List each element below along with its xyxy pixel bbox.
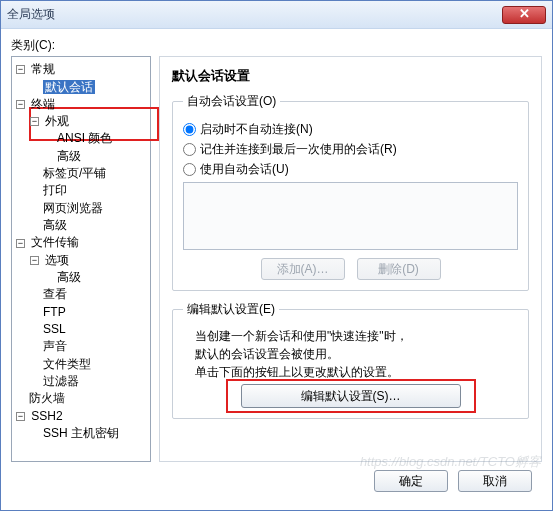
tree-view[interactable]: 查看	[43, 288, 67, 302]
radio-remember-label: 记住并连接到最后一次使用的会话(R)	[200, 141, 397, 158]
tree-toggle[interactable]: −	[16, 412, 25, 421]
tree-toggle[interactable]: −	[30, 256, 39, 265]
tree-toggle[interactable]: −	[16, 239, 25, 248]
tree-toggle[interactable]: −	[30, 117, 39, 126]
tree-ssl[interactable]: SSL	[43, 322, 66, 336]
radio-remember-input[interactable]	[183, 143, 196, 156]
tree-advanced[interactable]: 高级	[57, 149, 81, 163]
desc-line-3: 单击下面的按钮上以更改默认的设置。	[195, 364, 518, 380]
dialog-footer: 确定 取消	[11, 462, 542, 502]
tree-file-transfer[interactable]: 文件传输	[31, 236, 79, 250]
delete-button[interactable]: 删除(D)	[357, 258, 441, 280]
desc-line-1: 当创建一个新会话和使用"快速连接"时，	[195, 328, 518, 344]
auto-session-legend: 自动会话设置(O)	[183, 93, 280, 110]
radio-no-auto-input[interactable]	[183, 123, 196, 136]
window-title: 全局选项	[7, 6, 502, 23]
desc-line-2: 默认的会话设置会被使用。	[195, 346, 518, 362]
auto-session-group: 自动会话设置(O) 启动时不自动连接(N) 记住并连接到最后一次使用的会话(R)…	[172, 93, 529, 291]
tree-web-browser[interactable]: 网页浏览器	[43, 201, 103, 215]
tree-ssh-host-key[interactable]: SSH 主机密钥	[43, 426, 119, 440]
ok-button[interactable]: 确定	[374, 470, 448, 492]
close-button[interactable]: ✕	[502, 6, 546, 24]
highlight-edit-button	[226, 379, 476, 413]
tree-ansi-color[interactable]: ANSI 颜色	[57, 132, 112, 146]
tree-ssh2[interactable]: SSH2	[31, 409, 62, 423]
auto-session-list[interactable]	[183, 182, 518, 250]
cancel-button[interactable]: 取消	[458, 470, 532, 492]
edit-default-group: 编辑默认设置(E) 当创建一个新会话和使用"快速连接"时， 默认的会话设置会被使…	[172, 301, 529, 419]
tree-advanced-3[interactable]: 高级	[57, 270, 81, 284]
tree-default-session[interactable]: 默认会话	[43, 80, 95, 94]
category-tree[interactable]: − 常规 默认会话 − 终端 − 外	[11, 56, 151, 462]
radio-no-auto-label: 启动时不自动连接(N)	[200, 121, 313, 138]
tree-general[interactable]: 常规	[31, 62, 55, 76]
tree-appearance[interactable]: 外观	[45, 114, 69, 128]
tree-file-types[interactable]: 文件类型	[43, 357, 91, 371]
category-label: 类别(C):	[11, 37, 542, 54]
tree-terminal[interactable]: 终端	[31, 97, 55, 111]
tree-sound[interactable]: 声音	[43, 340, 67, 354]
tree-print[interactable]: 打印	[43, 184, 67, 198]
radio-use-auto-input[interactable]	[183, 163, 196, 176]
tree-ftp[interactable]: FTP	[43, 305, 66, 319]
tree-firewall[interactable]: 防火墙	[29, 392, 65, 406]
settings-panel: 默认会话设置 自动会话设置(O) 启动时不自动连接(N) 记住并连接到最后一次使…	[159, 56, 542, 462]
tree-toggle[interactable]: −	[16, 65, 25, 74]
radio-no-auto[interactable]: 启动时不自动连接(N)	[183, 121, 518, 138]
tree-toggle[interactable]: −	[16, 100, 25, 109]
titlebar: 全局选项 ✕	[1, 1, 552, 29]
radio-remember[interactable]: 记住并连接到最后一次使用的会话(R)	[183, 141, 518, 158]
panel-title: 默认会话设置	[172, 67, 529, 85]
tree-options[interactable]: 选项	[45, 253, 69, 267]
tree-filters[interactable]: 过滤器	[43, 374, 79, 388]
tree-tab-tile[interactable]: 标签页/平铺	[43, 166, 106, 180]
radio-use-auto[interactable]: 使用自动会话(U)	[183, 161, 518, 178]
edit-default-legend: 编辑默认设置(E)	[183, 301, 279, 318]
tree-advanced-2[interactable]: 高级	[43, 218, 67, 232]
add-button[interactable]: 添加(A)…	[261, 258, 345, 280]
radio-use-auto-label: 使用自动会话(U)	[200, 161, 289, 178]
